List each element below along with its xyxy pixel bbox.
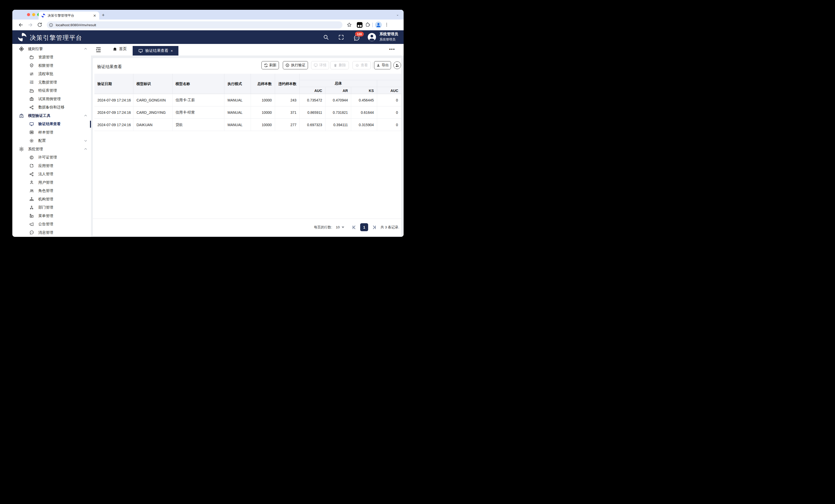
menu-card-icon [29, 213, 34, 218]
tab-close-icon[interactable]: ✕ [93, 13, 97, 18]
export-button[interactable]: 导出 [374, 61, 391, 69]
browser-tabstrip: 决策引擎管理平台 ✕ + ⌄ [12, 10, 404, 20]
traffic-light-minimize[interactable] [32, 13, 35, 16]
user-block[interactable]: 系统管理员 系统管理员 [380, 32, 398, 41]
last-page-icon[interactable] [372, 225, 377, 230]
sidebar-item-role[interactable]: 角色管理 [12, 187, 91, 195]
user-name: 系统管理员 [380, 32, 398, 36]
sidebar-item-workflow[interactable]: 流程审批 [12, 70, 91, 78]
rows-per-page-label: 每页的行数: [314, 225, 332, 230]
clover-icon [19, 46, 24, 51]
message-count-badge: 120 [355, 31, 364, 37]
col-header-model-id[interactable]: 模型标识 [134, 74, 172, 94]
col-header-total-samples[interactable]: 总样本数 [251, 74, 275, 94]
folder-icon [29, 55, 34, 60]
column-settings-button[interactable] [393, 61, 401, 69]
first-page-icon[interactable] [351, 225, 357, 230]
result-card: 验证结果查看 刷新 执行验证 详情 删除 [93, 58, 402, 236]
col-header-auc2[interactable]: AUC [377, 87, 401, 94]
address-bar[interactable]: localhost:8080/#/mv/result [47, 21, 342, 28]
gear-icon [29, 139, 34, 143]
col-header-ks[interactable]: KS [351, 87, 377, 94]
new-tab-button[interactable]: + [102, 12, 105, 18]
sidebar-item-organization[interactable]: 机构管理 [12, 195, 91, 204]
refresh-button[interactable]: 刷新 [262, 61, 279, 69]
sidebar-item-application[interactable]: 应用管理 [12, 162, 91, 170]
megaphone-icon [29, 222, 34, 227]
col-header-default-samples[interactable]: 违约样本数 [275, 74, 300, 94]
view-button[interactable]: 查看 [352, 61, 371, 69]
gear-icon [19, 146, 24, 152]
col-header-mode[interactable]: 执行模式 [224, 74, 251, 94]
page-number-button[interactable]: 1 [360, 223, 368, 231]
tab-label: 验证结果查看 [145, 48, 168, 53]
numbered-list-icon: 123 [29, 80, 34, 85]
sidebar-item-config[interactable]: 配置 [12, 136, 91, 145]
col-header-model-name[interactable]: 模型名称 [172, 74, 224, 94]
share-nodes-icon [29, 172, 34, 176]
reload-icon[interactable] [37, 22, 43, 28]
tab-close-icon[interactable]: × [171, 49, 173, 53]
col-header-auc[interactable]: AUC [300, 87, 325, 94]
sidebar-item-legal-entity[interactable]: 法人管理 [12, 170, 91, 178]
back-icon[interactable] [18, 22, 24, 28]
browser-tab-title: 决策引擎管理平台 [47, 13, 93, 18]
table-row[interactable]: 2024-07-09 17:24:16 CARD_JINGYING 信用卡-经营… [94, 106, 401, 119]
delete-button[interactable]: 删除 [330, 61, 349, 69]
col-header-date[interactable]: 验证日期 [94, 74, 134, 94]
sidebar-item-menu[interactable]: 菜单管理 [12, 212, 91, 220]
sidebar-item-permission[interactable]: 权限管理 [12, 61, 91, 70]
sidebar-group-system[interactable]: 系统管理 [12, 145, 91, 153]
browser-profile-avatar[interactable] [375, 22, 382, 28]
detail-button[interactable]: 详情 [311, 61, 329, 69]
fullscreen-icon[interactable] [338, 34, 344, 40]
col-header-ar[interactable]: AR [325, 87, 351, 94]
sidebar-item-user[interactable]: 用户管理 [12, 178, 91, 187]
site-info-icon[interactable] [49, 23, 53, 27]
tab-more-icon[interactable]: ••• [389, 47, 395, 51]
favicon-swirl-icon [41, 13, 45, 18]
group-header-overall: 总体 [300, 80, 377, 87]
rows-per-page-select[interactable]: 10 [336, 225, 344, 229]
scrollbar-track[interactable] [401, 58, 402, 236]
execute-validation-button[interactable]: 执行验证 [283, 61, 308, 69]
extension-icon-dark[interactable] [357, 22, 363, 28]
traffic-light-close[interactable] [27, 13, 30, 16]
url-text[interactable]: localhost:8080/#/mv/result [56, 23, 96, 27]
sidebar-item-test-case[interactable]: 试算用例管理 [12, 95, 91, 103]
browser-menu-kebab-icon[interactable] [384, 22, 389, 27]
toolbar-divider [372, 23, 373, 27]
table-row[interactable]: 2024-07-09 17:24:16 CARD_GONGXIN 信用卡-工薪 … [94, 94, 401, 106]
page-title: 验证结果查看 [97, 64, 122, 70]
user-avatar[interactable] [367, 33, 376, 42]
sidebar-item-announcement[interactable]: 公告管理 [12, 220, 91, 229]
tab-home[interactable]: 首页 [113, 46, 127, 51]
tab-validation-result[interactable]: 验证结果查看 × [133, 46, 178, 56]
search-icon[interactable] [323, 34, 329, 40]
app-header: 决策引擎管理平台 120 系统管理员 系统管理员 [12, 30, 404, 44]
sidebar-item-metadata[interactable]: 123 元数据管理 [12, 78, 91, 87]
org-chart-icon [29, 197, 34, 202]
sidebar-item-message[interactable]: 消息管理 [12, 228, 91, 237]
monitor-icon [29, 122, 34, 126]
share-nodes-icon [29, 105, 34, 110]
extensions-puzzle-icon[interactable] [365, 22, 370, 27]
sidebar-item-validation-result[interactable]: 验证结果查看 [12, 120, 91, 128]
home-icon [113, 47, 117, 51]
svg-text:3: 3 [30, 83, 30, 84]
sidebar-item-backup[interactable]: 数据备份和迁移 [12, 103, 91, 112]
sliders-icon [29, 72, 34, 76]
sidebar-item-resource[interactable]: 资源管理 [12, 53, 91, 62]
sidebar-item-department[interactable]: 部门管理 [12, 204, 91, 212]
sidebar-group-model-validation[interactable]: 模型验证工具 [12, 111, 91, 120]
bookmark-star-icon[interactable] [347, 22, 352, 27]
sidebar-item-feature-store[interactable]: 特征库管理 [12, 87, 91, 95]
sidebar-item-license[interactable]: 许可证管理 [12, 153, 91, 162]
forward-icon[interactable] [27, 22, 33, 28]
table-row[interactable]: 2024-07-09 17:24:16 DAIKUAN 贷款 MANUAL 10… [94, 119, 401, 131]
sidebar-item-sample[interactable]: 样本管理 [12, 128, 91, 136]
sidebar-collapse-icon[interactable] [95, 46, 102, 53]
browser-tab[interactable]: 决策引擎管理平台 ✕ [39, 12, 99, 20]
sidebar-group-rule-engine[interactable]: 规则引擎 [12, 45, 91, 53]
tab-search-chevron-icon[interactable]: ⌄ [396, 13, 399, 17]
